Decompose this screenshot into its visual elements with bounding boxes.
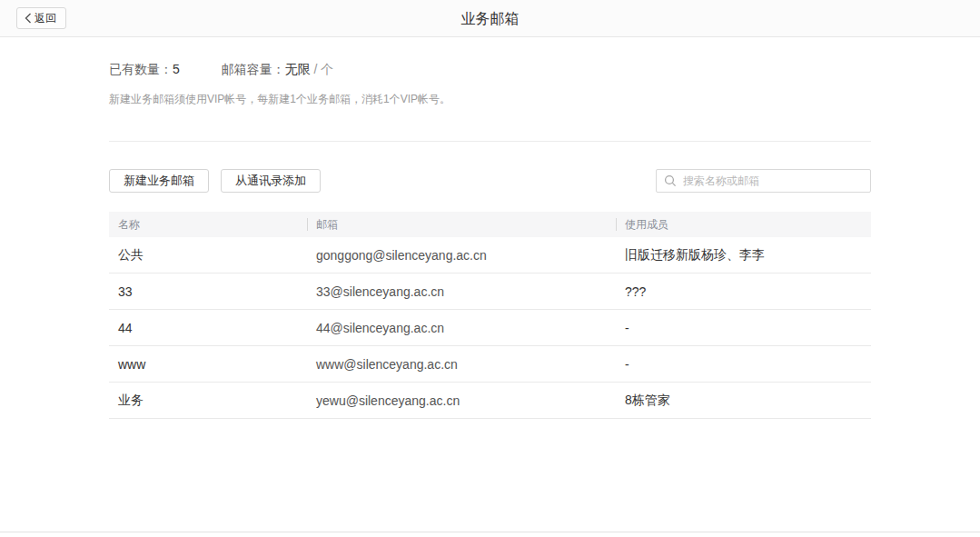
topbar: 返回 业务邮箱 bbox=[0, 0, 980, 37]
cell-members: 8栋管家 bbox=[616, 393, 871, 409]
search-icon bbox=[664, 174, 683, 187]
mailbox-count: 已有数量：5 bbox=[109, 62, 180, 76]
search-input[interactable] bbox=[683, 174, 863, 187]
cell-members: 旧版迁移新版杨珍、李李 bbox=[616, 247, 871, 264]
search-box[interactable] bbox=[656, 169, 871, 193]
cell-members: ??? bbox=[616, 284, 871, 299]
cell-name: 公共 bbox=[109, 247, 307, 264]
mailbox-count-value: 5 bbox=[173, 62, 180, 76]
table-row[interactable]: www www@silenceyang.ac.cn - bbox=[109, 346, 871, 383]
mailbox-capacity-suffix: / 个 bbox=[311, 62, 334, 76]
table-row[interactable]: 33 33@silenceyang.ac.cn ??? bbox=[109, 273, 871, 310]
cell-email: 33@silenceyang.ac.cn bbox=[307, 284, 616, 299]
mailbox-capacity-label: 邮箱容量： bbox=[222, 62, 285, 76]
cell-members: - bbox=[616, 321, 871, 335]
create-mailbox-button[interactable]: 新建业务邮箱 bbox=[109, 169, 209, 193]
table-header: 名称 邮箱 使用成员 bbox=[109, 212, 871, 237]
header-members: 使用成员 bbox=[616, 217, 871, 233]
page-title: 业务邮箱 bbox=[0, 0, 980, 37]
summary-row: 已有数量：5 邮箱容量：无限 / 个 bbox=[109, 37, 871, 78]
vip-note: 新建业务邮箱须使用VIP帐号，每新建1个业务邮箱，消耗1个VIP帐号。 bbox=[109, 92, 871, 107]
mailbox-table: 名称 邮箱 使用成员 公共 gonggong@silenceyang.ac.cn… bbox=[109, 212, 871, 419]
table-row[interactable]: 44 44@silenceyang.ac.cn - bbox=[109, 310, 871, 346]
mailbox-capacity: 邮箱容量：无限 / 个 bbox=[222, 62, 334, 76]
window-bottom-edge bbox=[0, 532, 980, 532]
header-email: 邮箱 bbox=[307, 217, 616, 233]
main-content: 已有数量：5 邮箱容量：无限 / 个 新建业务邮箱须使用VIP帐号，每新建1个业… bbox=[109, 37, 871, 419]
cell-name: 44 bbox=[109, 321, 307, 335]
cell-members: - bbox=[616, 357, 871, 372]
cell-email: 44@silenceyang.ac.cn bbox=[307, 321, 616, 335]
cell-email: yewu@silenceyang.ac.cn bbox=[307, 393, 616, 408]
cell-name: www bbox=[109, 357, 307, 372]
table-row[interactable]: 公共 gonggong@silenceyang.ac.cn 旧版迁移新版杨珍、李… bbox=[109, 237, 871, 273]
mailbox-capacity-value: 无限 bbox=[285, 62, 311, 76]
cell-email: gonggong@silenceyang.ac.cn bbox=[307, 248, 616, 263]
table-row[interactable]: 业务 yewu@silenceyang.ac.cn 8栋管家 bbox=[109, 383, 871, 419]
add-from-contacts-button[interactable]: 从通讯录添加 bbox=[221, 169, 321, 193]
cell-name: 业务 bbox=[109, 393, 307, 409]
mailbox-count-label: 已有数量： bbox=[109, 62, 173, 76]
cell-name: 33 bbox=[109, 284, 307, 299]
toolbar: 新建业务邮箱 从通讯录添加 bbox=[109, 169, 871, 193]
cell-email: www@silenceyang.ac.cn bbox=[307, 357, 616, 372]
section-divider bbox=[109, 141, 871, 142]
header-name: 名称 bbox=[109, 217, 307, 233]
